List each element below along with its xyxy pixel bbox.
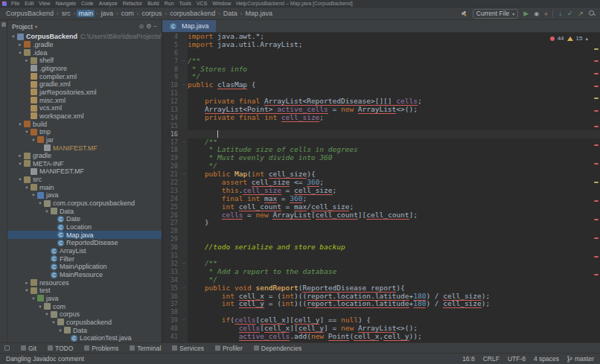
line-number[interactable]: 22 [162, 179, 180, 187]
menu-item-tools[interactable]: Tools [179, 1, 191, 6]
tree-item-main[interactable]: ▾main [7, 183, 162, 191]
code-line[interactable]: 14 private final int cell_size; [162, 114, 600, 122]
line-number[interactable]: 20 [162, 162, 180, 170]
tree-item-test[interactable]: ▾test [7, 287, 162, 295]
breadcrumb-item-java[interactable]: java [100, 10, 115, 17]
hide-panel-icon[interactable]: − [153, 24, 157, 30]
menu-item-analyze[interactable]: Analyze [99, 1, 118, 6]
tree-item-workspace-xml[interactable]: workspace.xml [7, 112, 162, 121]
line-number[interactable]: 17 [162, 138, 180, 147]
tree-chevron-icon[interactable]: ▾ [24, 287, 30, 293]
tool-window-button-services[interactable]: Services [172, 345, 204, 352]
code-line[interactable]: 25 int cell_count = max/cell_size; [162, 203, 600, 211]
tree-chevron-icon[interactable]: ▾ [57, 328, 63, 333]
tree-item-java[interactable]: ▾java [7, 295, 162, 303]
tree-item-manifest-mf[interactable]: MANIFEST.MF [7, 144, 162, 152]
code-line[interactable]: 15 [162, 122, 600, 130]
tree-item-idea[interactable]: ▾.idea [7, 48, 162, 57]
tree-chevron-icon[interactable]: ▾ [51, 319, 57, 325]
tree-item-data[interactable]: ▾Data [7, 207, 162, 215]
tool-window-button-git[interactable]: Git [21, 345, 36, 352]
tree-item-manifest-mf[interactable]: MANIFEST.MF [7, 167, 162, 176]
line-number[interactable]: 35 [162, 284, 180, 293]
code-line[interactable]: 31 [162, 252, 600, 260]
locate-file-icon[interactable]: ⊙ [138, 24, 144, 30]
line-number[interactable]: 32 [162, 260, 180, 268]
tree-item-compiler-xml[interactable]: compiler.xml [7, 72, 162, 80]
project-stripe-icon[interactable] [1, 22, 6, 27]
error-stripe[interactable] [593, 33, 600, 342]
line-number[interactable]: 37 [162, 300, 180, 308]
code-line[interactable]: 19 * Must evenly divide into 360 [162, 154, 600, 162]
menu-item-refactor[interactable]: Refactor [123, 1, 142, 6]
tree-item-com-corpus-corpusbackend[interactable]: ▾com.corpus.corpusbackend [7, 199, 162, 208]
code-line[interactable]: 16 [162, 130, 600, 138]
menu-item-window[interactable]: Window [212, 1, 231, 6]
caret-position[interactable]: 16:8 [462, 355, 475, 363]
line-number[interactable]: 15 [162, 122, 180, 130]
menu-item-help[interactable]: Help [236, 1, 246, 6]
line-number[interactable]: 25 [162, 203, 180, 211]
code-line[interactable]: 5import java.util.ArrayList; [162, 41, 600, 49]
fold-marker[interactable]: − [180, 170, 188, 179]
run-icon[interactable]: ▶ [523, 10, 529, 17]
tool-window-button-problems[interactable]: Problems [84, 345, 118, 352]
tool-window-button-terminal[interactable]: Terminal [130, 345, 161, 352]
tree-chevron-icon[interactable]: ▾ [31, 296, 36, 301]
menu-item-edit[interactable]: Edit [25, 1, 33, 6]
line-number[interactable]: 19 [162, 154, 180, 162]
code-line[interactable]: 37 int cell_y = (int)((report.location.l… [162, 300, 600, 308]
code-line[interactable]: 6 [162, 49, 600, 57]
tree-chevron-icon[interactable]: ▾ [17, 161, 23, 167]
line-number[interactable]: 39 [162, 316, 180, 325]
line-number[interactable]: 4 [162, 33, 180, 41]
line-number[interactable]: 11 [162, 89, 180, 98]
fold-marker[interactable]: − [180, 57, 188, 66]
menu-item-code[interactable]: Code [81, 1, 94, 6]
line-number[interactable]: 30 [162, 243, 180, 252]
fold-marker[interactable]: − [180, 260, 188, 268]
chevron-down-icon[interactable]: ▾ [35, 24, 37, 29]
tool-window-button-profiler[interactable]: Profiler [215, 345, 243, 352]
breadcrumb-item-corpus[interactable]: corpus [140, 10, 163, 17]
line-number[interactable]: 18 [162, 146, 180, 154]
git-update-icon[interactable]: ↓ [558, 10, 562, 17]
tree-chevron-icon[interactable]: ▾ [31, 137, 36, 143]
breadcrumb-item-src[interactable]: src [60, 10, 72, 17]
line-number[interactable]: 8 [162, 66, 180, 74]
code-line[interactable]: 33 * Add a report to the database [162, 268, 600, 276]
tree-item-jarrepositories-xml[interactable]: jarRepositories.xml [7, 89, 162, 97]
breadcrumb-item-main[interactable]: main [77, 10, 95, 17]
tab-map-java[interactable]: Map.java [162, 20, 216, 32]
tree-item-mainapplication[interactable]: MainApplication [7, 263, 162, 271]
fold-marker[interactable]: − [180, 138, 188, 147]
line-number[interactable]: 13 [162, 106, 180, 114]
breadcrumb-item-corpusbackend[interactable]: corpusbackend [168, 10, 217, 17]
line-number[interactable]: 7 [162, 57, 180, 66]
debug-icon[interactable]: ◉ [534, 10, 539, 17]
tree-chevron-icon[interactable]: ▾ [37, 200, 43, 206]
inspections-widget[interactable]: 44 15 ▴ [550, 35, 588, 43]
tree-chevron-icon[interactable]: ▾ [17, 50, 23, 56]
tool-window-switcher-icon[interactable] [4, 345, 10, 351]
inspections-chevron-icon[interactable]: ▴ [585, 35, 588, 43]
tree-item-location[interactable]: Location [7, 223, 162, 232]
fold-marker[interactable]: − [180, 284, 188, 293]
tree-item-vcs-xml[interactable]: vcs.xml [7, 104, 162, 112]
stop-icon[interactable]: ■ [544, 10, 547, 17]
code-line[interactable]: 28 [162, 227, 600, 235]
tree-item-corpusbackend[interactable]: ▾corpusbackend [7, 319, 162, 327]
project-panel-title[interactable]: Project [12, 23, 33, 31]
tree-item-corpusbackend[interactable]: ▾CorpusBackendC:\Users\Bike\IdeaProjects… [7, 33, 162, 41]
line-number[interactable]: 10 [162, 81, 180, 89]
tree-chevron-icon[interactable]: ▸ [17, 42, 23, 48]
tree-chevron-icon[interactable]: ▾ [31, 192, 36, 198]
build-hammer-icon[interactable] [461, 10, 467, 17]
tree-item-map-java[interactable]: Map.java [7, 231, 162, 239]
tool-window-button-todo[interactable]: TODO [48, 345, 73, 352]
code-line[interactable]: 27 } [162, 219, 600, 227]
tree-item-shelf[interactable]: ▸shelf [7, 57, 162, 65]
menu-item-navigate[interactable]: Navigate [55, 1, 76, 6]
line-number[interactable]: 14 [162, 114, 180, 122]
line-number[interactable]: 9 [162, 73, 180, 81]
